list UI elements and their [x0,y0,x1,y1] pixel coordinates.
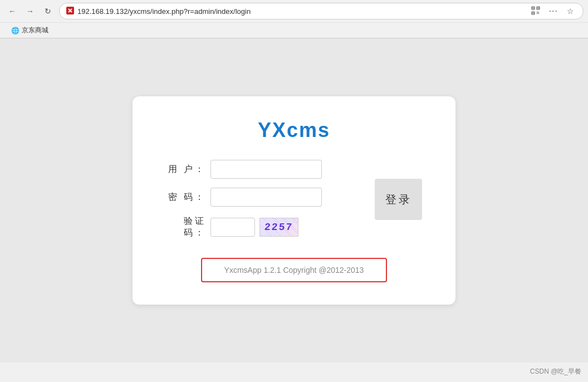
copyright-box: YxcmsApp 1.2.1 Copyright @2012-2013 [201,258,388,282]
captcha-input[interactable] [210,218,255,237]
watermark-text: CSDN @吃_早餐 [530,368,581,375]
password-row: 密 码： [166,188,364,207]
captcha-row: 验证码： 2257 [166,216,364,239]
refresh-button[interactable]: ↻ [40,3,56,19]
svg-rect-9 [537,12,538,13]
svg-rect-6 [532,7,533,8]
svg-rect-8 [532,12,533,13]
username-row: 用 户： [166,160,364,179]
password-label: 密 码： [166,192,210,203]
bookmark-site-label: 京东商城 [22,26,48,35]
password-input[interactable] [210,188,322,207]
svg-rect-7 [537,7,538,8]
captcha-text: 2257 [264,222,294,233]
form-and-btn: 用 户： 密 码： 验证码： 2257 [166,160,422,239]
watermark: CSDN @吃_早餐 [530,367,581,376]
bookmark-site-icon: 🌐 [11,27,19,35]
svg-rect-10 [538,12,539,13]
username-label: 用 户： [166,164,210,175]
url-text: 192.168.19.132/yxcms/index.php?r=admin/i… [77,7,526,16]
page-content: YXcms 用 户： 密 码： 验证码： [0,38,588,363]
url-bar[interactable]: 192.168.19.132/yxcms/index.php?r=admin/i… [59,3,584,19]
bookmark-star-icon[interactable]: ☆ [565,6,576,17]
nav-buttons: ← → ↻ [4,3,56,19]
captcha-image[interactable]: 2257 [259,218,298,237]
login-button[interactable]: 登录 [375,179,422,220]
security-icon [66,7,74,16]
browser-chrome: ← → ↻ 192.168.19.132/yxcms/index.php?r=a… [0,0,588,38]
login-title: YXcms [258,119,330,142]
bookmark-bar: 🌐 京东商城 [0,22,588,38]
svg-rect-11 [537,13,538,14]
forward-button[interactable]: → [22,3,38,19]
nav-bar: ← → ↻ 192.168.19.132/yxcms/index.php?r=a… [0,0,588,22]
copyright-text: YxcmsApp 1.2.1 Copyright @2012-2013 [224,266,364,275]
qr-icon[interactable] [529,5,542,18]
url-actions: ··· ☆ [529,5,576,18]
username-input[interactable] [210,160,322,179]
menu-dots-icon[interactable]: ··· [547,5,560,17]
svg-rect-12 [538,13,539,14]
captcha-label: 验证码： [166,216,210,239]
bookmark-jd[interactable]: 🌐 京东商城 [7,25,53,36]
login-card: YXcms 用 户： 密 码： 验证码： [133,96,455,305]
form-section: 用 户： 密 码： 验证码： 2257 [166,160,364,239]
back-button[interactable]: ← [4,3,20,19]
